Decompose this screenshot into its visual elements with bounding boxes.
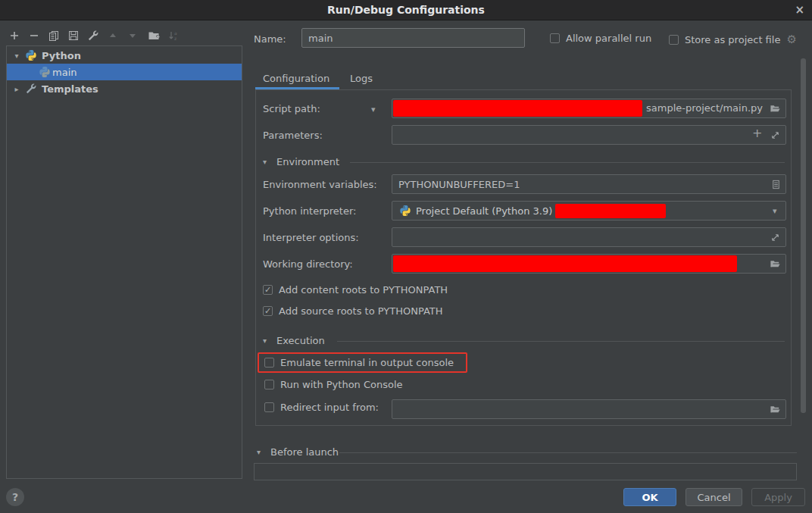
- copy-icon[interactable]: [47, 29, 61, 42]
- tree-item-main-label[interactable]: main: [52, 67, 77, 78]
- sort-alphabetically-icon[interactable]: az: [167, 29, 180, 42]
- execution-section-chevron-icon[interactable]: ▾: [263, 336, 267, 345]
- add-source-roots-checkbox[interactable]: ✓: [263, 306, 273, 316]
- folder-icon[interactable]: [768, 402, 782, 416]
- add-content-roots-label[interactable]: Add content roots to PYTHONPATH: [279, 284, 448, 296]
- script-path-label: Script path:: [263, 103, 320, 114]
- ok-button[interactable]: OK: [623, 488, 676, 506]
- gear-icon[interactable]: ⚙: [786, 33, 796, 46]
- configurations-tree: ▾ Python main ▸ Templates: [6, 45, 242, 479]
- store-as-project-file-checkbox[interactable]: [669, 35, 679, 45]
- dialog-title: Run/Debug Configurations: [327, 4, 485, 16]
- help-button[interactable]: ?: [6, 488, 24, 506]
- environment-variables-label: Environment variables:: [263, 179, 377, 190]
- redaction-overlay: [393, 100, 642, 117]
- store-as-project-file-label[interactable]: Store as project file: [685, 34, 780, 45]
- browse-variables-icon[interactable]: [769, 177, 782, 191]
- python-icon: [25, 49, 37, 61]
- run-python-console-label[interactable]: Run with Python Console: [280, 379, 403, 390]
- folder-icon[interactable]: [768, 257, 782, 271]
- apply-button[interactable]: Apply: [751, 488, 805, 506]
- script-path-value: sample-project/main.py: [646, 102, 763, 114]
- add-source-roots-row[interactable]: ✓ Add source roots to PYTHONPATH: [263, 305, 443, 317]
- environment-section-label[interactable]: Environment: [276, 156, 339, 167]
- add-content-roots-row[interactable]: ✓ Add content roots to PYTHONPATH: [263, 284, 448, 296]
- redirect-input-checkbox[interactable]: [264, 402, 274, 412]
- interpreter-options-input[interactable]: [392, 227, 786, 247]
- redirect-input-row[interactable]: Redirect input from:: [264, 402, 379, 413]
- redaction-overlay: [393, 255, 737, 272]
- move-down-icon[interactable]: [126, 29, 139, 42]
- name-value: main: [302, 33, 333, 44]
- name-label: Name:: [254, 33, 286, 45]
- folder-icon[interactable]: [768, 102, 782, 115]
- add-macro-icon[interactable]: +: [752, 126, 762, 140]
- wrench-icon: [25, 83, 37, 95]
- redaction-overlay: [555, 204, 666, 218]
- tree-item-python[interactable]: ▾ Python: [7, 47, 242, 64]
- run-python-console-row[interactable]: Run with Python Console: [264, 379, 403, 390]
- add-icon[interactable]: [8, 29, 21, 42]
- svg-text:z: z: [174, 36, 176, 41]
- svg-text:a: a: [174, 30, 177, 36]
- chevron-down-icon[interactable]: ▾: [11, 52, 22, 60]
- environment-variables-input[interactable]: PYTHONUNBUFFERED=1: [392, 174, 786, 194]
- tree-item-templates[interactable]: ▸ Templates: [7, 80, 242, 97]
- chevron-right-icon[interactable]: ▸: [11, 85, 22, 93]
- environment-section-chevron-icon[interactable]: ▾: [263, 158, 267, 166]
- redirect-input-label[interactable]: Redirect input from:: [280, 402, 379, 413]
- before-launch-task-list[interactable]: [254, 463, 797, 480]
- python-interpreter-value: Project Default (Python 3.9): [416, 205, 552, 217]
- section-rule: [339, 452, 797, 453]
- execution-section-label[interactable]: Execution: [276, 335, 325, 346]
- remove-icon[interactable]: [27, 29, 41, 42]
- run-python-console-checkbox[interactable]: [264, 380, 274, 389]
- interpreter-options-label: Interpreter options:: [263, 232, 359, 243]
- python-icon: [39, 66, 51, 78]
- parameters-input[interactable]: [392, 125, 786, 145]
- cancel-button[interactable]: Cancel: [686, 488, 742, 506]
- close-icon[interactable]: ×: [795, 3, 804, 17]
- parameters-label: Parameters:: [263, 130, 323, 141]
- tree-item-python-label[interactable]: Python: [42, 50, 81, 61]
- tab-configuration[interactable]: Configuration: [263, 73, 329, 84]
- section-rule: [337, 341, 785, 342]
- title-bar: Run/Debug Configurations ×: [0, 0, 812, 20]
- name-input[interactable]: main: [301, 28, 525, 48]
- expand-field-icon[interactable]: [768, 128, 782, 142]
- save-icon[interactable]: [67, 29, 80, 42]
- add-content-roots-checkbox[interactable]: ✓: [263, 285, 273, 295]
- allow-parallel-run-checkbox[interactable]: [550, 33, 560, 43]
- move-up-icon[interactable]: [106, 29, 120, 42]
- expand-field-icon[interactable]: [768, 230, 782, 244]
- red-highlight-annotation: [258, 352, 467, 373]
- before-launch-chevron-icon[interactable]: ▾: [257, 448, 261, 456]
- vertical-scrollbar-thumb[interactable]: [801, 58, 806, 413]
- edit-templates-wrench-icon[interactable]: [86, 29, 100, 42]
- tree-item-main[interactable]: main: [7, 64, 242, 80]
- interpreter-dropdown-icon[interactable]: ▾: [773, 206, 777, 216]
- new-folder-icon[interactable]: [147, 29, 161, 42]
- add-source-roots-label[interactable]: Add source roots to PYTHONPATH: [279, 305, 443, 317]
- working-directory-label: Working directory:: [263, 258, 353, 270]
- redirect-input-file-input[interactable]: [392, 399, 786, 419]
- environment-variables-value: PYTHONUNBUFFERED=1: [392, 179, 520, 190]
- store-as-project-file-checkbox-row[interactable]: Store as project file ⚙: [669, 33, 797, 46]
- allow-parallel-run-checkbox-row[interactable]: Allow parallel run: [550, 33, 651, 44]
- section-rule: [350, 162, 785, 163]
- tree-item-templates-label[interactable]: Templates: [42, 83, 98, 95]
- python-interpreter-label: Python interpreter:: [263, 205, 356, 217]
- python-icon: [399, 205, 411, 217]
- script-path-kind-dropdown-icon[interactable]: ▾: [371, 105, 376, 114]
- run-debug-configurations-dialog: Run/Debug Configurations × az ▾ Python: [0, 0, 812, 513]
- before-launch-label[interactable]: Before launch: [270, 446, 339, 458]
- allow-parallel-run-label[interactable]: Allow parallel run: [566, 33, 651, 44]
- tab-logs[interactable]: Logs: [350, 73, 373, 84]
